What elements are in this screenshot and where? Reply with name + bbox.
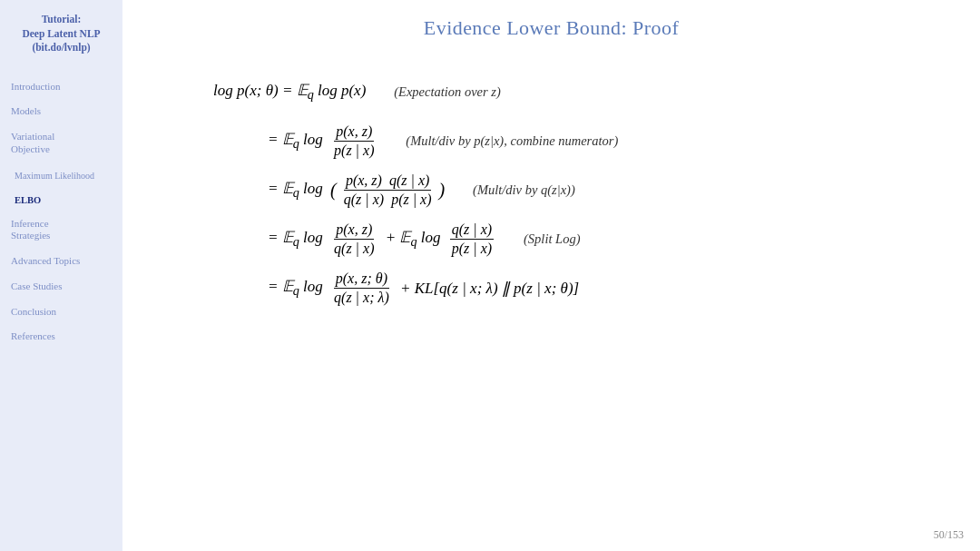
comment-4: (Split Log) <box>514 231 580 247</box>
math-line-2: = 𝔼q log p(x, z) p(z | x) (Mult/div by p… <box>268 116 944 165</box>
sidebar-title: Tutorial: Deep Latent NLP (bit.do/lvnlp) <box>22 13 100 55</box>
sidebar-item-conclusion[interactable]: Conclusion <box>7 306 115 319</box>
slide-number: 50/153 <box>934 528 964 542</box>
math-content: log p(x; θ) = 𝔼q log p(x) (Expectation o… <box>159 67 944 542</box>
slide-title: Evidence Lower Bound: Proof <box>159 16 944 40</box>
sidebar-item-references[interactable]: References <box>7 330 115 343</box>
sidebar-item-max-likelihood[interactable]: Maximum Likelihood <box>7 169 115 181</box>
sidebar-item-advanced[interactable]: Advanced Topics <box>7 255 115 268</box>
sidebar: Tutorial: Deep Latent NLP (bit.do/lvnlp)… <box>0 0 122 551</box>
main-content: Evidence Lower Bound: Proof log p(x; θ) … <box>122 0 980 551</box>
sidebar-item-models[interactable]: Models <box>7 105 115 118</box>
sidebar-item-introduction[interactable]: Introduction <box>7 81 115 93</box>
math-line-4: = 𝔼q log p(x, z) q(z | x) + 𝔼q log q(z |… <box>268 214 944 263</box>
sidebar-navigation: Introduction Models Variational Objectiv… <box>7 81 115 344</box>
math-line-1: log p(x; θ) = 𝔼q log p(x) (Expectation o… <box>213 67 944 116</box>
sidebar-item-elbo[interactable]: ELBO <box>7 193 115 205</box>
sidebar-item-case-studies[interactable]: Case Studies <box>7 280 115 293</box>
comment-3: (Mult/div by q(z|x)) <box>463 182 575 198</box>
comment-1: (Expectation over z) <box>384 84 500 100</box>
sidebar-item-variational[interactable]: Variational Objective <box>7 131 115 156</box>
math-line-5: = 𝔼q log p(x, z; θ) q(z | x; λ) + KL[q(z… <box>268 263 944 312</box>
math-line-3: = 𝔼q log ( p(x, z) q(z | x) q(z | x) p(z… <box>268 165 944 214</box>
comment-2: (Mult/div by p(z|x), combine numerator) <box>396 133 618 149</box>
sidebar-item-inference[interactable]: Inference Strategies <box>7 218 115 243</box>
